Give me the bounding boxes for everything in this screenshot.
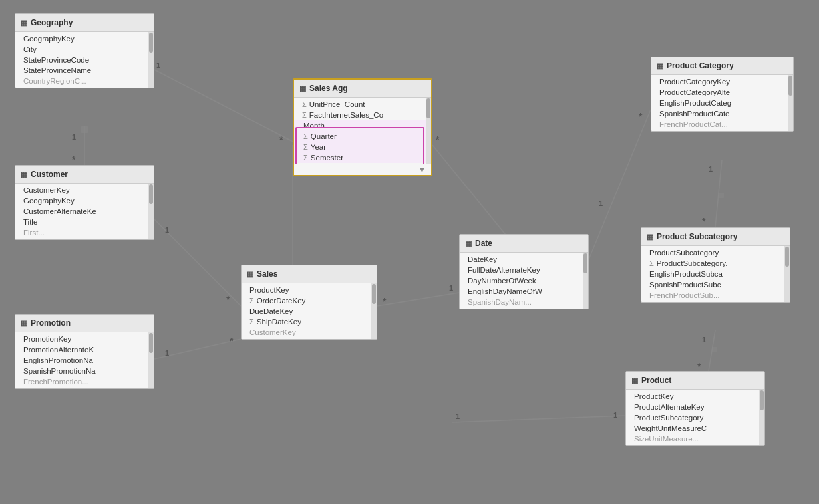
svg-line-33 (154, 70, 299, 145)
sigma-icon: Σ (302, 100, 307, 108)
svg-text:1: 1 (165, 226, 169, 234)
table-promotion: ▦ Promotion PromotionKey PromotionAltern… (15, 314, 154, 389)
field-row: First... (15, 227, 154, 238)
promotion-body: PromotionKey PromotionAlternateK English… (15, 332, 154, 388)
field-row: CustomerKey (242, 327, 377, 338)
field-row: WeightUnitMeasureC (626, 423, 764, 434)
field-row: EnglishPromotionNa (15, 355, 154, 366)
field-row: DayNumberOfWeek (460, 275, 588, 286)
field-row: ProductCategoryKey (651, 76, 793, 87)
field-row: EnglishDayNameOfW (460, 286, 588, 297)
product-category-body: ProductCategoryKey ProductCategoryAlte E… (651, 75, 793, 131)
field-row: Σ ShipDateKey (242, 316, 377, 327)
field-row: EnglishProductCateg (651, 98, 793, 108)
table-icon-date: ▦ (465, 239, 472, 248)
product-header: ▦ Product (626, 372, 764, 390)
sigma-icon: Σ (249, 318, 254, 326)
svg-line-7 (154, 339, 241, 359)
svg-text:*: * (702, 216, 706, 227)
field-row: FullDateAlternateKey (460, 265, 588, 275)
svg-text:*: * (436, 134, 440, 145)
sigma-icon: Σ (302, 111, 307, 119)
field-row: Σ UnitPrice_Count (294, 99, 431, 110)
svg-line-29 (709, 330, 715, 371)
svg-text:1: 1 (449, 284, 453, 292)
promotion-title: Promotion (31, 318, 71, 328)
svg-rect-26 (719, 193, 724, 198)
date-title: Date (475, 239, 492, 248)
field-row: CustomerKey (15, 185, 154, 195)
field-row: ProductCategoryAlte (651, 87, 793, 98)
promotion-header: ▦ Promotion (15, 315, 154, 332)
field-row: DueDateKey (242, 306, 377, 316)
field-row: PromotionAlternateK (15, 344, 154, 355)
svg-text:1: 1 (709, 165, 713, 173)
table-icon-sales-agg: ▦ (299, 84, 306, 93)
svg-text:1: 1 (599, 199, 603, 207)
customer-title: Customer (31, 170, 68, 179)
product-body: ProductKey ProductAlternateKey ProductSu… (626, 390, 764, 445)
field-row: ProductSubcategory (641, 247, 790, 258)
sigma-icon: Σ (303, 132, 308, 140)
sigma-icon: Σ (249, 297, 254, 305)
field-row: FrenchProductSub... (641, 290, 790, 301)
geography-title: Geography (31, 18, 73, 27)
field-row: ProductAlternateKey (626, 402, 764, 412)
field-row: SpanishPromotionNa (15, 366, 154, 376)
field-row-semester: Σ Semester (294, 152, 431, 163)
svg-text:*: * (72, 154, 76, 165)
svg-text:*: * (226, 294, 230, 305)
table-product: ▦ Product ProductKey ProductAlternateKey… (625, 371, 765, 446)
table-date: ▦ Date DateKey FullDateAlternateKey DayN… (459, 234, 589, 309)
svg-text:1: 1 (456, 412, 460, 420)
field-row: SizeUnitMeasure... (626, 434, 764, 444)
table-product-category: ▦ Product Category ProductCategoryKey Pr… (651, 57, 794, 132)
field-row: EnglishProductSubca (641, 269, 790, 279)
field-row: GeographyKey (15, 33, 154, 44)
field-row: FrenchProductCat... (651, 119, 793, 130)
product-subcategory-body: ProductSubcategory Σ ProductSubcategory.… (641, 246, 790, 302)
sales-agg-body: Σ UnitPrice_Count Σ FactInternetSales_Co… (294, 98, 431, 164)
svg-text:1: 1 (613, 411, 617, 419)
table-product-subcategory: ▦ Product Subcategory ProductSubcategory… (641, 227, 790, 303)
customer-header: ▦ Customer (15, 166, 154, 184)
table-sales-agg: ▦ Sales Agg Σ UnitPrice_Count Σ FactInte… (293, 78, 432, 176)
geography-body: GeographyKey City StateProvinceCode Stat… (15, 32, 154, 88)
field-row: SpanishProductCate (651, 108, 793, 119)
svg-rect-30 (712, 347, 717, 352)
diagram-canvas: 1 * 1 * 1 * * 1 * * * 1 1 1 1 * 1 * (0, 0, 819, 504)
svg-text:*: * (230, 336, 234, 346)
sigma-icon: Σ (649, 259, 654, 267)
product-title: Product (641, 376, 671, 385)
date-body: DateKey FullDateAlternateKey DayNumberOf… (460, 253, 588, 309)
field-row: CustomerAlternateKe (15, 206, 154, 217)
field-row: StateProvinceName (15, 65, 154, 76)
svg-text:1: 1 (156, 61, 160, 69)
svg-line-4 (154, 219, 241, 306)
table-icon-promotion: ▦ (21, 319, 27, 328)
product-subcategory-header: ▦ Product Subcategory (641, 228, 790, 246)
svg-rect-1 (81, 126, 88, 133)
product-category-title: Product Category (667, 61, 734, 70)
customer-body: CustomerKey GeographyKey CustomerAlterna… (15, 184, 154, 239)
date-header: ▦ Date (460, 235, 588, 253)
field-row: SpanishProductSubc (641, 279, 790, 290)
svg-text:*: * (697, 361, 701, 372)
field-row: PromotionKey (15, 334, 154, 344)
table-sales: ▦ Sales ProductKey Σ OrderDateKey DueDat… (241, 265, 377, 340)
svg-line-25 (715, 160, 722, 227)
field-row-year: Σ Year (294, 142, 431, 152)
field-row: ProductKey (626, 391, 764, 402)
field-row: Σ FactInternetSales_Co (294, 110, 431, 120)
table-icon-sales: ▦ (247, 270, 253, 279)
product-category-header: ▦ Product Category (651, 57, 793, 75)
table-customer: ▦ Customer CustomerKey GeographyKey Cust… (15, 165, 154, 240)
field-row: ProductSubcategory (626, 412, 764, 423)
sales-title: Sales (257, 269, 277, 279)
svg-text:1: 1 (702, 336, 706, 344)
sigma-icon: Σ (303, 143, 308, 151)
field-row-month: Month (294, 120, 431, 131)
sales-body: ProductKey Σ OrderDateKey DueDateKey Σ S… (242, 283, 377, 339)
field-row: ProductKey (242, 285, 377, 295)
sales-agg-header: ▦ Sales Agg (294, 80, 431, 98)
